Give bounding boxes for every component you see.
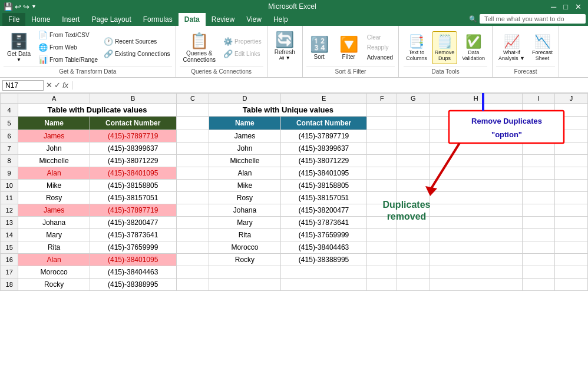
cell-h11[interactable] <box>430 192 522 204</box>
cell-a14[interactable]: Mary <box>18 229 90 241</box>
tab-insert[interactable]: Insert <box>56 13 85 26</box>
tab-page-layout[interactable]: Page Layout <box>85 13 137 26</box>
cell-d18[interactable] <box>209 279 280 291</box>
cell-d15[interactable]: Morocco <box>209 241 280 254</box>
cell-a11[interactable]: Rosy <box>18 192 90 204</box>
tab-help[interactable]: Help <box>267 13 294 26</box>
cell-g14[interactable] <box>397 229 430 241</box>
cell-a16[interactable]: Alan <box>18 254 90 266</box>
cell-h4[interactable] <box>430 104 522 117</box>
cancel-formula-icon[interactable]: ✕ <box>46 81 52 90</box>
cell-g8[interactable] <box>397 155 430 167</box>
cell-c13[interactable] <box>176 217 209 229</box>
reapply-button[interactable]: Reapply <box>365 43 395 52</box>
cell-g18[interactable] <box>397 279 430 291</box>
cell-b9[interactable]: (415)-38401095 <box>90 167 176 180</box>
cell-g10[interactable] <box>397 180 430 192</box>
cell-i12[interactable] <box>522 204 555 217</box>
cell-i7[interactable] <box>522 143 555 155</box>
tab-review[interactable]: Review <box>206 13 240 26</box>
sort-button[interactable]: 🔢 Sort <box>306 33 332 62</box>
cell-f5[interactable] <box>367 117 397 130</box>
cell-c11[interactable] <box>176 192 209 204</box>
cell-c6[interactable] <box>176 130 209 143</box>
cell-e17[interactable] <box>280 266 367 279</box>
cell-f9[interactable] <box>367 167 397 180</box>
cell-i10[interactable] <box>522 180 555 192</box>
queries-connections-button[interactable]: 📋 Queries &Connections <box>180 29 220 65</box>
cell-h6[interactable] <box>430 130 522 143</box>
cell-e8[interactable]: (415)-38071229 <box>280 155 367 167</box>
formula-input[interactable] <box>76 81 586 90</box>
cell-b14[interactable]: (415)-37873641 <box>90 229 176 241</box>
cell-g5[interactable] <box>397 117 430 130</box>
cell-i16[interactable] <box>522 254 555 266</box>
cell-i15[interactable] <box>522 241 555 254</box>
cell-j11[interactable] <box>555 192 588 204</box>
from-text-csv-button[interactable]: 📄 From Text/CSV <box>37 29 100 41</box>
tab-file[interactable]: File <box>2 13 25 26</box>
cell-d17[interactable] <box>209 266 280 279</box>
cell-a8[interactable]: Micchelle <box>18 155 90 167</box>
cell-a9[interactable]: Alan <box>18 167 90 180</box>
tab-formulas[interactable]: Formulas <box>137 13 179 26</box>
cell-h9[interactable] <box>430 167 522 180</box>
cell-b13[interactable]: (415)-38200477 <box>90 217 176 229</box>
cell-b5[interactable]: Contact Number <box>90 117 176 130</box>
cell-i11[interactable] <box>522 192 555 204</box>
cell-i18[interactable] <box>522 279 555 291</box>
cell-b6[interactable]: (415)-37897719 <box>90 130 176 143</box>
cell-h13[interactable] <box>430 217 522 229</box>
cell-i6[interactable] <box>522 130 555 143</box>
cell-b18[interactable]: (415)-38388995 <box>90 279 176 291</box>
cell-j16[interactable] <box>555 254 588 266</box>
cell-j9[interactable] <box>555 167 588 180</box>
from-table-range-button[interactable]: 📊 From Table/Range <box>37 54 100 65</box>
cell-a5[interactable]: Name <box>18 117 90 130</box>
cell-i14[interactable] <box>522 229 555 241</box>
cell-i17[interactable] <box>522 266 555 279</box>
cell-h5[interactable] <box>430 117 522 130</box>
redo-icon[interactable]: ↪ <box>23 2 29 11</box>
cell-c4[interactable] <box>176 104 209 117</box>
undo-icon[interactable]: ↩ <box>15 2 21 11</box>
cell-d11[interactable]: Rosy <box>209 192 280 204</box>
tab-data[interactable]: Data <box>179 13 206 26</box>
cell-d10[interactable]: Mike <box>209 180 280 192</box>
cell-a7[interactable]: John <box>18 143 90 155</box>
cell-c8[interactable] <box>176 155 209 167</box>
cell-f6[interactable] <box>367 130 397 143</box>
cell-e13[interactable]: (415)-37873641 <box>280 217 367 229</box>
name-box[interactable] <box>2 80 44 91</box>
tab-home[interactable]: Home <box>25 13 56 26</box>
cell-e5[interactable]: Contact Number <box>280 117 367 130</box>
cell-e14[interactable]: (415)-37659999 <box>280 229 367 241</box>
refresh-all-button[interactable]: 🔄 Refresh All ▼ <box>271 28 299 63</box>
cell-d5[interactable]: Name <box>209 117 280 130</box>
cell-d14[interactable]: Rita <box>209 229 280 241</box>
cell-c9[interactable] <box>176 167 209 180</box>
cell-a18[interactable]: Rocky <box>18 279 90 291</box>
cell-c15[interactable] <box>176 241 209 254</box>
cell-g16[interactable] <box>397 254 430 266</box>
cell-f12[interactable] <box>367 204 397 217</box>
cell-j6[interactable] <box>555 130 588 143</box>
cell-d12[interactable]: Johana <box>209 204 280 217</box>
cell-j14[interactable] <box>555 229 588 241</box>
cell-f14[interactable] <box>367 229 397 241</box>
cell-e7[interactable]: (415)-38399637 <box>280 143 367 155</box>
cell-g9[interactable] <box>397 167 430 180</box>
clear-button[interactable]: Clear <box>365 33 395 42</box>
cell-f8[interactable] <box>367 155 397 167</box>
from-web-button[interactable]: 🌐 From Web <box>37 42 100 53</box>
maximize-icon[interactable]: □ <box>560 2 571 11</box>
cell-e18[interactable] <box>280 279 367 291</box>
cell-j12[interactable] <box>555 204 588 217</box>
cell-a4[interactable]: Table with Duplicate values <box>18 104 176 117</box>
properties-button[interactable]: ⚙️ Properties <box>222 36 263 47</box>
function-icon[interactable]: fx <box>62 81 68 90</box>
cell-b7[interactable]: (415)-38399637 <box>90 143 176 155</box>
cell-d13[interactable]: Mary <box>209 217 280 229</box>
filter-button[interactable]: 🔽 Filter <box>336 33 362 62</box>
cell-j15[interactable] <box>555 241 588 254</box>
